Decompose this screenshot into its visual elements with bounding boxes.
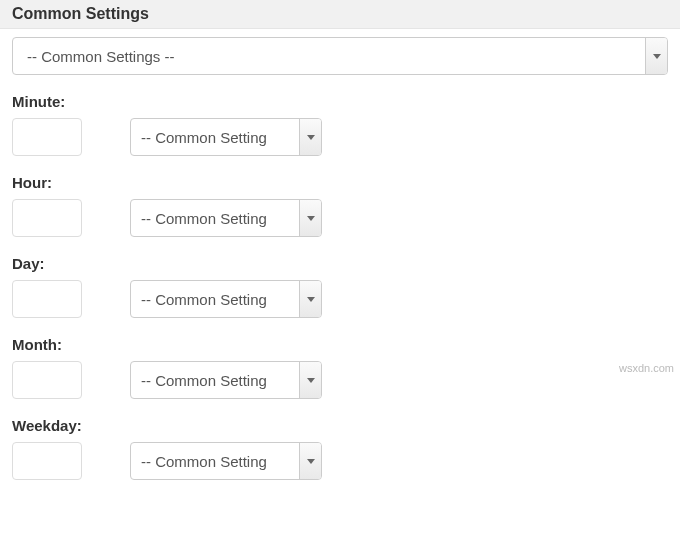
hour-select[interactable]: -- Common Setting: [130, 199, 322, 237]
minute-select-value: -- Common Setting: [141, 129, 267, 146]
minute-label: Minute:: [12, 93, 668, 110]
hour-select-value: -- Common Setting: [141, 210, 267, 227]
weekday-row: -- Common Setting: [12, 442, 668, 480]
month-select[interactable]: -- Common Setting: [130, 361, 322, 399]
common-settings-select[interactable]: -- Common Settings --: [12, 37, 668, 75]
weekday-select[interactable]: -- Common Setting: [130, 442, 322, 480]
month-select-wrap: -- Common Setting: [130, 361, 322, 399]
minute-input[interactable]: [12, 118, 82, 156]
content-area: -- Common Settings -- Minute: -- Common …: [0, 29, 680, 492]
weekday-label: Weekday:: [12, 417, 668, 434]
minute-select-wrap: -- Common Setting: [130, 118, 322, 156]
minute-select[interactable]: -- Common Setting: [130, 118, 322, 156]
month-input[interactable]: [12, 361, 82, 399]
hour-label: Hour:: [12, 174, 668, 191]
month-label: Month:: [12, 336, 668, 353]
common-settings-select-value: -- Common Settings --: [27, 48, 175, 65]
hour-row: -- Common Setting: [12, 199, 668, 237]
hour-select-wrap: -- Common Setting: [130, 199, 322, 237]
day-label: Day:: [12, 255, 668, 272]
weekday-select-value: -- Common Setting: [141, 453, 267, 470]
page-title: Common Settings: [12, 5, 668, 23]
hour-input[interactable]: [12, 199, 82, 237]
header-bar: Common Settings: [0, 0, 680, 29]
day-select-value: -- Common Setting: [141, 291, 267, 308]
weekday-select-wrap: -- Common Setting: [130, 442, 322, 480]
day-select[interactable]: -- Common Setting: [130, 280, 322, 318]
day-select-wrap: -- Common Setting: [130, 280, 322, 318]
month-row: -- Common Setting: [12, 361, 668, 399]
common-settings-select-wrap: -- Common Settings --: [12, 37, 668, 75]
watermark-text: wsxdn.com: [619, 362, 674, 374]
day-row: -- Common Setting: [12, 280, 668, 318]
minute-row: -- Common Setting: [12, 118, 668, 156]
weekday-input[interactable]: [12, 442, 82, 480]
month-select-value: -- Common Setting: [141, 372, 267, 389]
day-input[interactable]: [12, 280, 82, 318]
